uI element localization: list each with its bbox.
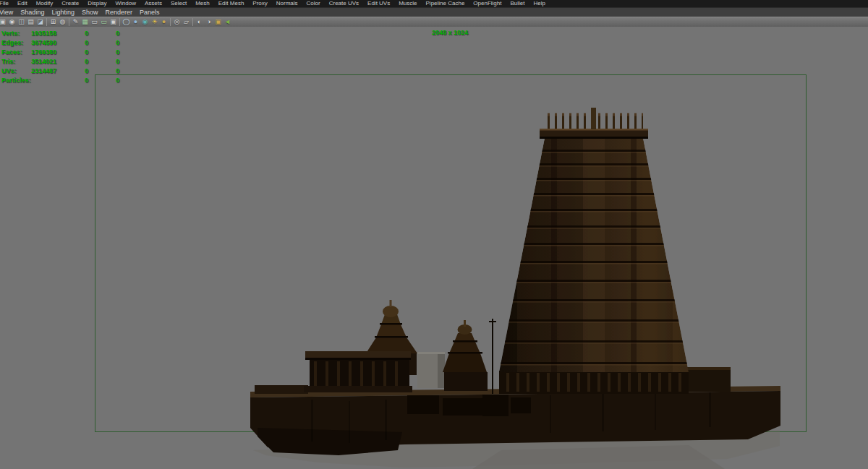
film-gate-icon[interactable]: ▭ [90,17,99,27]
hud-label: Particles: [1,76,29,85]
toolbar-separator [170,18,171,26]
hud-row-edges: Edges:367459000 [1,38,119,48]
colonnade-pavilion [304,351,412,392]
bookmarks-icon[interactable]: ▤ [26,17,35,27]
hud-value: 0 [88,38,119,48]
panel-menu-shading[interactable]: Shading [17,8,48,17]
menu-file[interactable]: File [0,0,13,7]
hud-label: Faces: [1,48,29,57]
panel-menu-view[interactable]: View [0,8,17,17]
hud-value: 0 [88,48,119,57]
menu-pipeline-cache[interactable]: Pipeline Cache [422,0,469,7]
panel-toolbar: ▣◉◫▤◪⊞◍✎▦▭▭▣◯●◉☀●◎▱◐◑▣◄ [0,17,868,27]
hud-value: 0 [56,57,88,66]
hud-value: 0 [56,48,88,57]
menu-edit-uvs[interactable]: Edit UVs [363,0,394,7]
main-menubar: FileEditModifyCreateDisplayWindowAssetsS… [0,0,868,7]
hud-value: 0 [56,29,88,38]
hud-row-uvs: UVs:231448700 [1,66,119,76]
menu-help[interactable]: Help [529,0,550,7]
panel-menu-lighting[interactable]: Lighting [48,8,78,17]
menu-assets[interactable]: Assets [140,0,166,7]
temple-model[interactable] [250,108,780,469]
hud-row-tris: Tris:351402100 [1,57,119,66]
xray-mode-icon[interactable]: ▱ [182,17,191,27]
exposure-icon[interactable]: ◐ [195,17,204,27]
hud-row-particles: Particles:00 [1,76,119,85]
hud-row-verts: Verts:193515800 [1,29,119,38]
resolution-gate-icon[interactable]: ▭ [99,17,109,27]
toolbar-separator [46,18,47,26]
right-wing-wall [687,367,731,392]
menu-muscle[interactable]: Muscle [394,0,421,7]
menu-modify[interactable]: Modify [32,0,58,7]
shadows-icon[interactable]: ● [159,17,169,27]
2d-pan-zoom-icon[interactable]: ⊞ [48,17,58,27]
gate-mask-icon[interactable]: ▣ [109,17,118,27]
menu-mesh[interactable]: Mesh [191,0,214,7]
hud-label: UVs: [1,66,29,76]
menu-color[interactable]: Color [302,0,325,7]
panel-menu-renderer[interactable]: Renderer [101,8,136,17]
menu-display[interactable]: Display [83,0,111,7]
resolution-gate-label: 2048 x 1024 [432,29,468,36]
gray-placeholder-box [417,352,445,388]
viewport-scene [0,27,868,469]
oversampling-icon[interactable]: ◍ [58,17,67,27]
menu-edit[interactable]: Edit [13,0,32,7]
hud-value [29,76,56,85]
hud-label: Verts: [1,29,29,38]
toolbar-separator [69,18,69,26]
hud-label: Edges: [1,38,29,48]
wireframe-mode-icon[interactable]: ◯ [122,17,131,27]
menu-select[interactable]: Select [166,0,191,7]
poly-count-hud: Verts:193515800Edges:367459000Faces:1769… [1,29,119,85]
shaded-mode-icon[interactable]: ● [131,17,140,27]
hud-value: 3674590 [29,38,56,48]
hud-value: 0 [88,76,119,85]
isolate-select-icon[interactable]: ◎ [172,17,182,27]
lock-camera-icon[interactable]: ◉ [7,17,17,27]
panel-menu-show[interactable]: Show [78,8,102,17]
menu-normals[interactable]: Normals [272,0,302,7]
select-camera-icon[interactable]: ▣ [0,17,7,27]
hud-label: Tris: [1,57,29,66]
textured-mode-icon[interactable]: ◉ [140,17,150,27]
camera-attributes-icon[interactable]: ◫ [17,17,26,27]
hud-value: 2314487 [29,66,56,76]
hud-value: 0 [88,66,119,76]
plugin-shelf-icon[interactable]: ◄ [223,17,232,27]
image-plane-icon[interactable]: ◪ [35,17,45,27]
snapshot-icon[interactable]: ▣ [213,17,223,27]
grid-icon[interactable]: ▦ [80,17,90,27]
shrine-tower-mid [443,320,488,391]
menu-create[interactable]: Create [57,0,83,7]
menu-create-uvs[interactable]: Create UVs [325,0,363,7]
toolbar-separator [119,18,120,26]
menu-edit-mesh[interactable]: Edit Mesh [214,0,249,7]
menu-openflight[interactable]: OpenFlight [469,0,506,7]
viewport-panel[interactable]: Verts:193515800Edges:367459000Faces:1769… [0,27,868,469]
menu-proxy[interactable]: Proxy [248,0,271,7]
hud-value: 1769380 [29,48,56,57]
hud-value: 0 [56,38,88,48]
grease-pencil-icon[interactable]: ✎ [71,17,80,27]
panel-menubar: ViewShadingLightingShowRendererPanels [0,7,868,17]
hud-value: 0 [56,66,88,76]
hud-value: 0 [88,57,119,66]
toolbar-separator [192,18,193,26]
hud-value: 0 [88,29,119,38]
maya-window: FileEditModifyCreateDisplayWindowAssetsS… [0,0,868,469]
gamma-icon[interactable]: ◑ [204,17,213,27]
menu-bullet[interactable]: Bullet [506,0,529,7]
gopuram-tower [495,108,694,394]
use-all-lights-icon[interactable]: ☀ [150,17,159,27]
flagpole [489,319,496,394]
menu-window[interactable]: Window [111,0,140,7]
hud-value: 3514021 [29,57,56,66]
hud-value: 1935158 [29,29,56,38]
hud-value: 0 [56,76,88,85]
hud-row-faces: Faces:176938000 [1,48,119,57]
panel-menu-panels[interactable]: Panels [136,8,163,17]
